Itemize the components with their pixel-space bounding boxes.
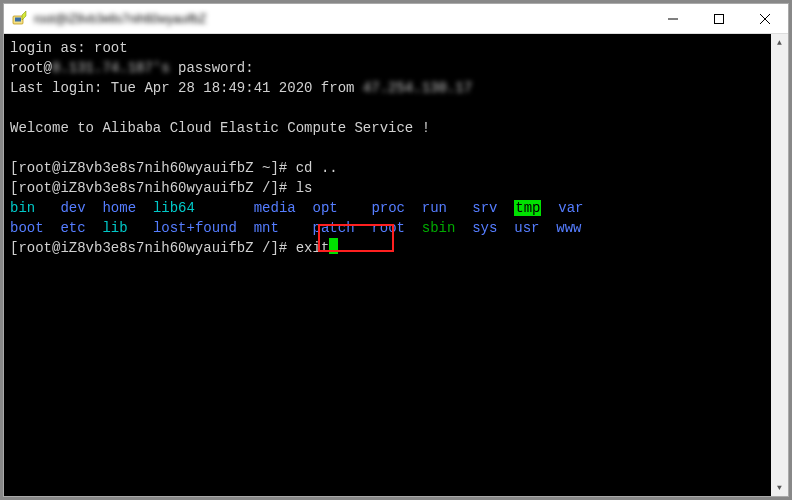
dir-patch: patch	[313, 220, 355, 236]
blank-line	[10, 98, 771, 118]
blank-line	[10, 138, 771, 158]
password-line: root@8.131.74.187's password:	[10, 58, 771, 78]
login-line: login as: root	[10, 38, 771, 58]
dir-etc: etc	[60, 220, 85, 236]
last-login-line: Last login: Tue Apr 28 18:49:41 2020 fro…	[10, 78, 771, 98]
terminal-area[interactable]: login as: root root@8.131.74.187's passw…	[4, 34, 788, 496]
dir-boot: boot	[10, 220, 44, 236]
window-title: root@iZ8vb3e8s7nih60wyauifbZ	[34, 12, 650, 26]
scroll-up-button[interactable]: ▲	[771, 34, 788, 51]
scroll-down-button[interactable]: ▼	[771, 479, 788, 496]
svg-rect-3	[715, 14, 724, 23]
window-controls	[650, 4, 788, 33]
dir-lib64: lib64	[153, 200, 195, 216]
terminal-window: root@iZ8vb3e8s7nih60wyauifbZ login as: r…	[3, 3, 789, 497]
terminal-content: login as: root root@8.131.74.187's passw…	[10, 38, 771, 258]
dir-var: var	[558, 200, 583, 216]
dir-bin: bin	[10, 200, 35, 216]
dir-lostfound: lost+found	[153, 220, 237, 236]
dir-www: www	[556, 220, 581, 236]
svg-rect-1	[15, 17, 21, 21]
dir-usr: usr	[514, 220, 539, 236]
close-button[interactable]	[742, 4, 788, 33]
dir-proc: proc	[371, 200, 405, 216]
scrollbar[interactable]: ▲ ▼	[771, 34, 788, 496]
minimize-button[interactable]	[650, 4, 696, 33]
ls-row-1: bin dev home lib64 media opt proc run sr…	[10, 198, 771, 218]
dir-run: run	[422, 200, 447, 216]
dir-home: home	[102, 200, 136, 216]
dir-root: root	[371, 220, 405, 236]
ls-row-2: boot etc lib lost+found mnt patch root s…	[10, 218, 771, 238]
prompt-ls-line: [root@iZ8vb3e8s7nih60wyauifbZ /]# ls	[10, 178, 771, 198]
dir-srv: srv	[472, 200, 497, 216]
dir-lib: lib	[102, 220, 127, 236]
prompt-exit-line: [root@iZ8vb3e8s7nih60wyauifbZ /]# exit	[10, 238, 771, 258]
exit-command: exit	[296, 240, 330, 256]
prompt-cd-line: [root@iZ8vb3e8s7nih60wyauifbZ ~]# cd ..	[10, 158, 771, 178]
dir-opt: opt	[313, 200, 338, 216]
dir-sbin: sbin	[422, 220, 456, 236]
maximize-button[interactable]	[696, 4, 742, 33]
dir-tmp: tmp	[514, 200, 541, 216]
putty-icon	[12, 11, 28, 27]
titlebar[interactable]: root@iZ8vb3e8s7nih60wyauifbZ	[4, 4, 788, 34]
dir-sys: sys	[472, 220, 497, 236]
welcome-line: Welcome to Alibaba Cloud Elastic Compute…	[10, 118, 771, 138]
terminal-cursor	[329, 238, 338, 254]
dir-dev: dev	[60, 200, 85, 216]
dir-mnt: mnt	[254, 220, 279, 236]
dir-media: media	[254, 200, 296, 216]
